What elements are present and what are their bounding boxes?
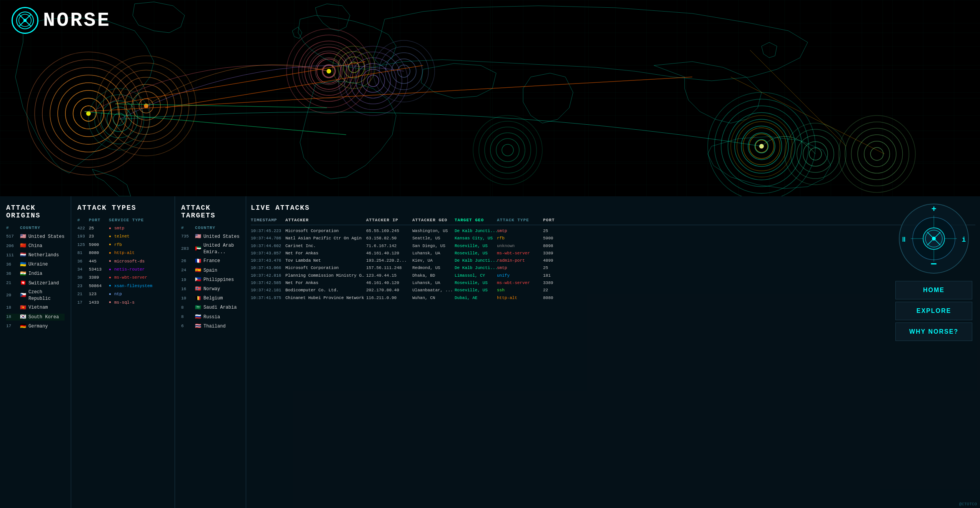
right-controls: + ⏸ i − HOME EXPLORE WHY NORSE?: [895, 200, 972, 341]
attack-type: smtp: [497, 228, 543, 234]
origins-row: 111 🇳🇱 Netherlands: [6, 252, 65, 259]
service-dot: ●: [109, 275, 114, 281]
country-flag: 🇨🇭: [20, 280, 28, 287]
target-country: United Arab Emira...: [203, 242, 240, 256]
origins-title: ATTACK ORIGINS: [6, 204, 65, 219]
live-attack-row: 10:37:41.975 Chinanet Hubei Province Net…: [251, 295, 975, 301]
origins-row: 36 🇮🇳 India: [6, 271, 65, 277]
service-dot: ●: [109, 242, 114, 247]
world-map: [0, 0, 980, 196]
target-flag: 🇷🇺: [195, 314, 203, 321]
type-count: 36: [77, 259, 89, 264]
origins-col-num: #: [6, 226, 20, 230]
target-geo: Roseville, US: [455, 287, 497, 293]
attacker-geo: Dhaka, BD: [412, 273, 455, 278]
origins-row: 20 🇨🇿 Czech Republic: [6, 289, 65, 302]
live-attacks-panel: LIVE ATTACKS TIMESTAMP ATTACKER ATTACKER…: [246, 196, 980, 508]
types-col-headers: # PORT SERVICE TYPE: [77, 218, 168, 222]
attacker-geo: Seattle, US: [412, 236, 455, 241]
attack-port: 5900: [543, 236, 566, 241]
attacker-geo: Luhansk, UA: [412, 280, 455, 286]
type-port: 123: [89, 291, 109, 297]
attacker-ip: 123.49.44.15: [366, 273, 412, 278]
types-row: 17 1433 ● ms-sql-s: [77, 300, 168, 306]
types-row: 21 123 ● ntp: [77, 291, 168, 297]
types-row: 81 8080 ● http-alt: [77, 250, 168, 256]
service-dot: ●: [109, 292, 114, 297]
country-flag: 🇨🇳: [20, 242, 28, 249]
target-flag: 🇧🇪: [195, 295, 203, 302]
targets-row: 10 🇧🇪 Belgium: [181, 295, 240, 302]
control-dial[interactable]: + ⏸ i −: [895, 200, 972, 277]
live-col-headers: TIMESTAMP ATTACKER ATTACKER IP ATTACKER …: [251, 218, 975, 225]
attack-timestamp: 10:37:43.857: [251, 251, 285, 256]
type-port: 5900: [89, 242, 109, 248]
types-row: 36 445 ● microsoft-ds: [77, 259, 168, 264]
attack-type: radmin-port: [497, 258, 543, 263]
attacker-name: Bodicomputer Co. Ltd.: [285, 287, 366, 293]
types-col-num: #: [77, 218, 89, 222]
explore-button[interactable]: EXPLORE: [895, 302, 972, 320]
attack-timestamp: 10:37:42.585: [251, 280, 285, 286]
live-col-attacker: ATTACKER: [285, 218, 366, 222]
country-flag: 🇻🇳: [20, 304, 28, 311]
type-count: 81: [77, 250, 89, 256]
live-attack-row: 10:37:43.066 Microsoft Corporation 157.5…: [251, 265, 975, 271]
attacker-name: Microsoft Corporation: [285, 228, 366, 234]
attacker-geo: Luhansk, UA: [412, 251, 455, 256]
attacker-geo: Kiev, UA: [412, 258, 455, 263]
targets-col-country: COUNTRY: [195, 226, 240, 230]
svg-line-14: [85, 77, 692, 112]
attacker-ip: 202.170.80.40: [366, 287, 412, 293]
live-attack-row: 10:37:44.786 Natl Asian Pacific Ctr On A…: [251, 236, 975, 241]
target-country: France: [203, 258, 240, 264]
origins-count: 18: [6, 314, 20, 320]
logo-icon: [12, 7, 38, 34]
zoom-in-icon: +: [931, 205, 936, 214]
origins-row: 18 🇻🇳 Vietnam: [6, 304, 65, 311]
target-flag: 🇵🇭: [195, 276, 203, 283]
live-rows: 10:37:45.223 Microsoft Corporation 65.55…: [251, 228, 975, 301]
origins-count: 36: [6, 271, 20, 277]
targets-row: 16 🇳🇴 Norway: [181, 286, 240, 292]
country-name: Ukraine: [28, 261, 65, 268]
why-norse-button[interactable]: WHY NORSE?: [895, 323, 972, 341]
home-button[interactable]: HOME: [895, 281, 972, 299]
live-attack-row: 10:37:42.816 Planning Commission Ministr…: [251, 273, 975, 278]
attack-port: 8098: [543, 243, 566, 249]
service-dot: ●: [109, 267, 114, 272]
service-name: http-alt: [114, 250, 168, 256]
type-count: 422: [77, 226, 89, 231]
country-flag: 🇩🇪: [20, 323, 28, 330]
targets-col-headers: # COUNTRY: [181, 226, 240, 230]
service-name: microsoft-ds: [114, 259, 168, 264]
attack-timestamp: 10:37:44.786: [251, 236, 285, 241]
map-area: [0, 0, 980, 196]
targets-row: 26 🇫🇷 France: [181, 258, 240, 265]
attack-port: 25: [543, 265, 566, 271]
live-attack-row: 10:37:42.181 Bodicomputer Co. Ltd. 202.1…: [251, 287, 975, 293]
target-count: 8: [181, 305, 195, 311]
attacker-name: Net For Ankas: [285, 280, 366, 286]
type-port: 53413: [89, 267, 109, 272]
country-name: Czech Republic: [28, 289, 65, 302]
target-flag: 🇹🇭: [195, 323, 203, 330]
live-col-ip: ATTACKER IP: [366, 218, 412, 222]
target-count: 26: [181, 258, 195, 264]
target-count: 6: [181, 323, 195, 329]
target-geo: Limassol, CY: [455, 273, 497, 278]
origins-row: 36 🇺🇦 Ukraine: [6, 261, 65, 268]
attacker-geo: Washington, US: [412, 228, 455, 234]
svg-line-18: [115, 104, 327, 108]
live-attack-row: 10:37:42.585 Net For Ankas 46.161.40.120…: [251, 280, 975, 286]
attack-timestamp: 10:37:42.181: [251, 287, 285, 293]
origins-row: 206 🇨🇳 China: [6, 242, 65, 249]
type-count: 34: [77, 267, 89, 272]
targets-title: ATTACK TARGETS: [181, 204, 240, 219]
country-flag: 🇺🇦: [20, 261, 28, 268]
target-count: 10: [181, 296, 195, 301]
country-name: Vietnam: [28, 304, 65, 311]
attacker-name: Planning Commission Ministry Of Planning…: [285, 273, 366, 278]
attack-port: 8080: [543, 295, 566, 301]
country-name: United States: [28, 234, 65, 240]
